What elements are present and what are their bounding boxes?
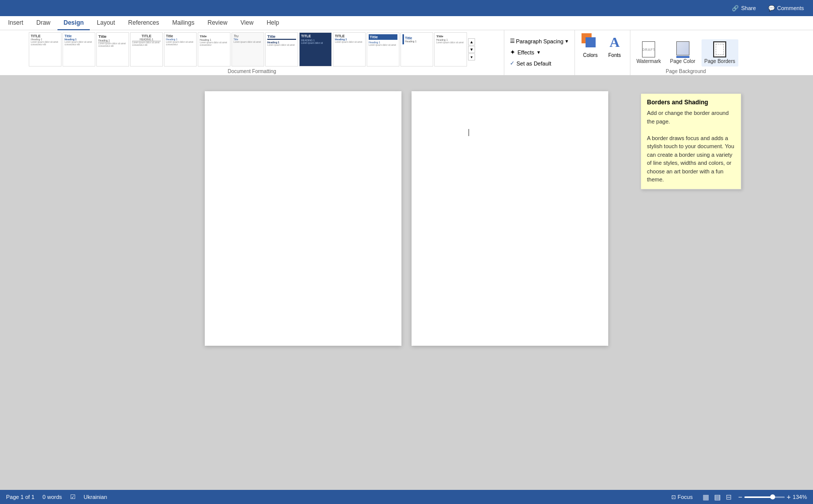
tab-review[interactable]: Review [201, 16, 233, 30]
zoom-in-button[interactable]: + [787, 493, 791, 501]
view-buttons: ▦ ▤ ⊟ [701, 493, 734, 501]
scroll-more-button[interactable]: ▾ [468, 53, 475, 60]
zoom-slider[interactable] [744, 496, 785, 498]
colors-fonts-group: Colors A Fonts [575, 30, 630, 75]
zoom-thumb [770, 494, 775, 499]
page-background-label: Page Background [666, 68, 706, 75]
read-mode-button[interactable]: ⊟ [724, 493, 734, 501]
set-default-label: Set as Default [516, 60, 551, 67]
document-formatting-label: Document Formatting [227, 68, 276, 75]
tooltip-body: Add or change the border around the page… [647, 109, 735, 184]
ribbon: Insert Draw Design Layout References Mai… [0, 16, 813, 76]
preset-scroll: ▲ ▼ ▾ [468, 38, 475, 60]
preset-ion2[interactable]: TITLE HEADING 1 Lorem ipsum dolor sit [299, 32, 332, 67]
watermark-page: DRAFT [642, 41, 655, 57]
paragraph-spacing-icon: ☰ [510, 38, 515, 44]
preset-minimalist[interactable]: TITLE Heading 1 Lorem ipsum dolor sit am… [333, 32, 366, 67]
scroll-down-button[interactable]: ▼ [468, 46, 475, 53]
preset-casual[interactable]: Title Heading 1 Lorem ipsum dolor sit am… [96, 32, 129, 67]
tooltip-line1: Add or change the border around the page… [647, 110, 729, 124]
swatch-blue [586, 37, 596, 47]
accessibility-icon[interactable]: ☑ [70, 493, 76, 500]
zoom-control: − + 134% [738, 493, 807, 501]
document-page-2[interactable] [412, 91, 608, 346]
page-borders-icon [712, 41, 728, 57]
set-as-default-button[interactable]: ✓ Set as Default [508, 59, 553, 68]
preset-default[interactable]: TITLE Heading 1 Lorem ipsum dolor sit am… [29, 32, 62, 67]
colors-label: Colors [583, 52, 598, 58]
ribbon-tabs: Insert Draw Design Layout References Mai… [0, 16, 813, 30]
document-options-group: ☰ Paragraph Spacing ▼ ✦ Effects ▼ ✓ Set … [504, 30, 575, 75]
tab-draw[interactable]: Draw [30, 16, 56, 30]
ribbon-content: TITLE Heading 1 Lorem ipsum dolor sit am… [0, 30, 813, 76]
document-page-1[interactable] [205, 91, 401, 346]
doc-options-items: ☰ Paragraph Spacing ▼ ✦ Effects ▼ ✓ Set … [507, 30, 572, 73]
title-bar: 🔗 Share 💬 Comments [0, 0, 813, 16]
fonts-button[interactable]: A Fonts [604, 32, 626, 59]
page-color-label: Page Color [670, 58, 695, 65]
paragraph-spacing-button[interactable]: ☰ Paragraph Spacing ▼ [508, 37, 571, 45]
share-button[interactable]: 🔗 Share [728, 3, 760, 14]
tab-references[interactable]: References [122, 16, 165, 30]
print-layout-button[interactable]: ▦ [701, 493, 711, 501]
comments-button[interactable]: 💬 Comments [764, 3, 808, 14]
watermark-button[interactable]: DRAFT Watermark [633, 39, 664, 67]
focus-label: Focus [678, 494, 693, 500]
preset-shaded[interactable]: Title Heading 1 Lorem ipsum dolor sit am… [367, 32, 399, 67]
page-color-visual [676, 41, 689, 58]
language-label[interactable]: Ukrainian [84, 494, 107, 500]
focus-icon: ⊡ [671, 494, 676, 500]
effects-button[interactable]: ✦ Effects ▼ [508, 47, 543, 57]
zoom-percent[interactable]: 134% [793, 494, 807, 500]
zoom-out-button[interactable]: − [738, 493, 742, 501]
page-color-icon [675, 41, 691, 57]
zoom-track [744, 496, 773, 498]
preset-formal[interactable]: Title Heading 1 Lorem ipsum dolor sit am… [198, 32, 230, 67]
preset-sideline[interactable]: Title Heading 1 [400, 32, 433, 67]
tab-mailings[interactable]: Mailings [166, 16, 200, 30]
effects-icon: ✦ [510, 48, 515, 56]
focus-button[interactable]: ⊡ Focus [667, 492, 697, 502]
tab-layout[interactable]: Layout [91, 16, 121, 30]
page-borders-button[interactable]: Page Borders [702, 39, 738, 67]
paragraph-spacing-chevron: ▼ [564, 39, 569, 44]
scroll-up-button[interactable]: ▲ [468, 38, 475, 45]
paragraph-spacing-label: Paragraph Spacing [516, 38, 563, 44]
page-background-group: DRAFT Watermark Page Colo [630, 30, 741, 75]
watermark-icon: DRAFT [641, 41, 657, 57]
tab-help[interactable]: Help [261, 16, 285, 30]
tooltip-line2: A border draws focus and adds a stylish … [647, 135, 734, 183]
document-formatting-group: TITLE Heading 1 Lorem ipsum dolor sit am… [0, 30, 504, 75]
preset-lines2[interactable]: Title Heading 1 Lorem ipsum dolor sit am… [434, 32, 467, 67]
preset-centered[interactable]: TITLE HEADING 1 Lorem ipsum dolor sit am… [130, 32, 163, 67]
fonts-icon: A [606, 33, 624, 51]
fonts-label: Fonts [608, 52, 621, 58]
tooltip-popup: Borders and Shading Add or change the bo… [641, 93, 741, 190]
tab-insert[interactable]: Insert [2, 16, 29, 30]
page-color-button[interactable]: Page Color [667, 39, 699, 67]
preset-ion[interactable]: Title Heading 1 Lorem ipsum dolor sit am… [265, 32, 298, 67]
tab-view[interactable]: View [235, 16, 260, 30]
watermark-label: Watermark [636, 58, 661, 65]
comments-label: Comments [777, 5, 804, 11]
colors-button[interactable]: Colors [579, 32, 602, 59]
tooltip-title: Borders and Shading [647, 99, 735, 106]
set-default-icon: ✓ [510, 60, 514, 67]
tab-design[interactable]: Design [57, 16, 90, 30]
effects-chevron: ▼ [536, 50, 541, 55]
preset-lines[interactable]: Tru Title Lorem ipsum dolor sit amet [231, 32, 264, 67]
preset-title: TITLE [31, 34, 40, 38]
preset-basic[interactable]: Title Heading 1 Lorem ipsum dolor sit am… [63, 32, 95, 67]
style-presets-container: TITLE Heading 1 Lorem ipsum dolor sit am… [29, 30, 475, 68]
web-layout-button[interactable]: ▤ [712, 493, 723, 501]
share-icon: 🔗 [732, 5, 739, 12]
app-window: 🔗 Share 💬 Comments Insert Draw Design La… [0, 0, 813, 504]
page-info: Page 1 of 1 [6, 494, 34, 500]
text-cursor [469, 129, 469, 136]
status-left: Page 1 of 1 0 words ☑ Ukrainian [6, 493, 107, 500]
preset-facet[interactable]: Title Heading 1 Lorem ipsum dolor sit am… [164, 32, 197, 67]
share-label: Share [741, 5, 756, 11]
page-borders-visual [713, 41, 726, 57]
status-bar: Page 1 of 1 0 words ☑ Ukrainian ⊡ Focus … [0, 490, 813, 504]
comments-icon: 💬 [768, 5, 775, 12]
